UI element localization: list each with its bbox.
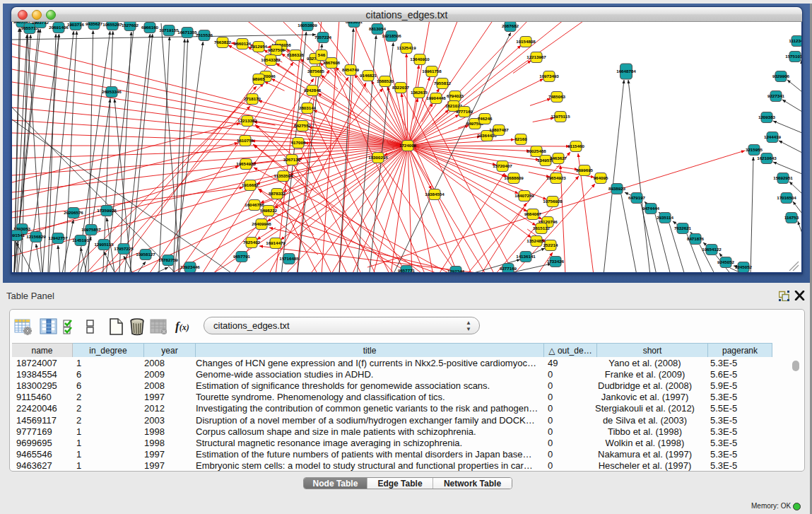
- svg-text:7515526: 7515526: [196, 33, 213, 37]
- svg-text:9435627: 9435627: [86, 22, 103, 26]
- svg-text:8938923: 8938923: [608, 186, 626, 191]
- svg-text:12213302: 12213302: [237, 118, 257, 123]
- svg-text:1724008: 1724008: [399, 143, 417, 148]
- svg-text:11353594: 11353594: [273, 173, 293, 178]
- svg-text:9227341: 9227341: [767, 93, 785, 98]
- svg-text:8454749: 8454749: [342, 67, 360, 72]
- svg-text:15716485: 15716485: [279, 256, 299, 261]
- svg-text:16671355: 16671355: [177, 30, 197, 35]
- svg-text:20206576: 20206576: [64, 210, 83, 215]
- svg-text:9699695: 9699695: [576, 168, 594, 173]
- svg-text:19218506: 19218506: [382, 33, 401, 38]
- svg-text:9660124: 9660124: [234, 41, 252, 46]
- svg-text:2935114: 2935114: [657, 215, 673, 220]
- svg-text:17957225: 17957225: [114, 246, 134, 251]
- svg-text:19384554: 19384554: [425, 192, 445, 197]
- svg-text:6479197: 6479197: [628, 195, 646, 200]
- svg-text:1903712: 1903712: [32, 22, 49, 25]
- svg-text:1588520: 1588520: [377, 78, 394, 83]
- svg-text:252214: 252214: [543, 243, 558, 247]
- svg-text:1733426: 1733426: [547, 259, 565, 264]
- svg-text:1244419: 1244419: [764, 134, 782, 139]
- svg-text:8471876: 8471876: [687, 236, 705, 241]
- svg-text:10543382: 10543382: [261, 57, 281, 62]
- svg-text:9657771: 9657771: [398, 268, 416, 272]
- svg-text:9463627: 9463627: [550, 156, 567, 160]
- svg-text:62160: 62160: [514, 136, 527, 141]
- svg-text:2718170: 2718170: [244, 96, 261, 101]
- svg-text:9242848: 9242848: [304, 88, 322, 93]
- svg-text:1145191: 1145191: [72, 238, 89, 243]
- svg-text:14136141: 14136141: [516, 254, 536, 259]
- svg-text:10654122: 10654122: [702, 247, 722, 252]
- svg-text:746246: 746246: [478, 116, 493, 121]
- svg-text:18300215: 18300215: [368, 155, 388, 160]
- svg-text:9657791: 9657791: [233, 254, 251, 259]
- svg-text:6966160: 6966160: [141, 25, 159, 30]
- svg-text:9827505: 9827505: [268, 47, 286, 52]
- svg-text:10756928: 10756928: [543, 199, 563, 204]
- svg-text:10154808: 10154808: [516, 39, 536, 44]
- svg-text:9684067: 9684067: [524, 211, 542, 216]
- svg-text:417006: 417006: [291, 140, 306, 145]
- svg-text:10655287: 10655287: [102, 22, 122, 27]
- svg-text:15751074: 15751074: [785, 54, 801, 59]
- svg-text:8813054: 8813054: [369, 26, 387, 31]
- svg-text:2803144: 2803144: [299, 105, 317, 110]
- svg-text:10958127: 10958127: [136, 252, 155, 257]
- svg-text:12156829: 12156829: [26, 234, 46, 239]
- svg-text:1391541: 1391541: [12, 233, 25, 238]
- svg-text:3267130: 3267130: [283, 157, 301, 162]
- svg-text:17359928: 17359928: [97, 208, 117, 213]
- svg-text:1610755: 1610755: [237, 138, 254, 143]
- svg-text:1362615: 1362615: [411, 90, 428, 95]
- svg-text:9245052: 9245052: [735, 264, 753, 269]
- svg-text:9115460: 9115460: [567, 144, 584, 148]
- svg-text:12213967: 12213967: [526, 54, 546, 59]
- svg-text:16053809: 16053809: [298, 23, 317, 28]
- svg-text:12942757: 12942757: [48, 235, 68, 240]
- svg-text:13640910: 13640910: [410, 57, 430, 62]
- svg-text:6794023: 6794023: [447, 93, 464, 98]
- svg-text:1292344: 1292344: [447, 269, 465, 272]
- svg-text:9474444: 9474444: [642, 206, 660, 211]
- svg-text:15692951: 15692951: [773, 175, 793, 180]
- svg-text:11325419: 11325419: [396, 45, 416, 50]
- svg-text:19904448: 19904448: [426, 95, 446, 100]
- svg-text:7663822: 7663822: [214, 40, 232, 45]
- svg-text:8186328: 8186328: [287, 52, 305, 57]
- svg-text:13975115: 13975115: [551, 114, 570, 119]
- svg-text:98965: 98965: [252, 76, 265, 81]
- svg-text:1903716: 1903716: [67, 22, 85, 27]
- svg-text:116753: 116753: [784, 215, 799, 220]
- svg-text:1209383: 1209383: [758, 115, 776, 119]
- svg-text:26053346: 26053346: [102, 89, 122, 94]
- svg-text:19654933: 19654933: [236, 161, 256, 166]
- svg-text:5498222: 5498222: [260, 208, 278, 213]
- svg-text:15720407: 15720407: [493, 163, 512, 168]
- svg-text:1112345: 1112345: [789, 38, 801, 43]
- svg-text:7955812: 7955812: [434, 81, 452, 86]
- svg-text:19654923: 19654923: [546, 175, 566, 180]
- svg-text:546: 546: [318, 52, 326, 57]
- svg-text:7625402: 7625402: [243, 240, 261, 245]
- svg-text:10688609: 10688609: [504, 175, 524, 180]
- svg-text:26409948: 26409948: [252, 221, 271, 226]
- svg-text:9245052: 9245052: [717, 259, 735, 264]
- svg-text:7485063: 7485063: [548, 94, 566, 99]
- svg-text:18407249: 18407249: [514, 193, 534, 198]
- svg-text:10719155: 10719155: [159, 28, 179, 33]
- svg-text:8427552: 8427552: [294, 123, 312, 128]
- svg-text:16210643: 16210643: [757, 156, 777, 160]
- svg-text:12923446: 12923446: [180, 264, 200, 269]
- svg-text:2867608: 2867608: [323, 60, 341, 65]
- svg-text:16046788: 16046788: [245, 202, 264, 207]
- svg-text:10961758: 10961758: [422, 69, 442, 74]
- svg-text:1527602: 1527602: [122, 23, 139, 28]
- svg-text:8322037: 8322037: [392, 85, 410, 90]
- svg-text:16914479: 16914479: [266, 240, 286, 245]
- svg-text:7632621: 7632621: [674, 226, 692, 230]
- svg-text:9329906: 9329906: [772, 74, 790, 78]
- svg-text:16782759: 16782759: [158, 257, 178, 262]
- svg-text:10973493: 10973493: [539, 74, 559, 78]
